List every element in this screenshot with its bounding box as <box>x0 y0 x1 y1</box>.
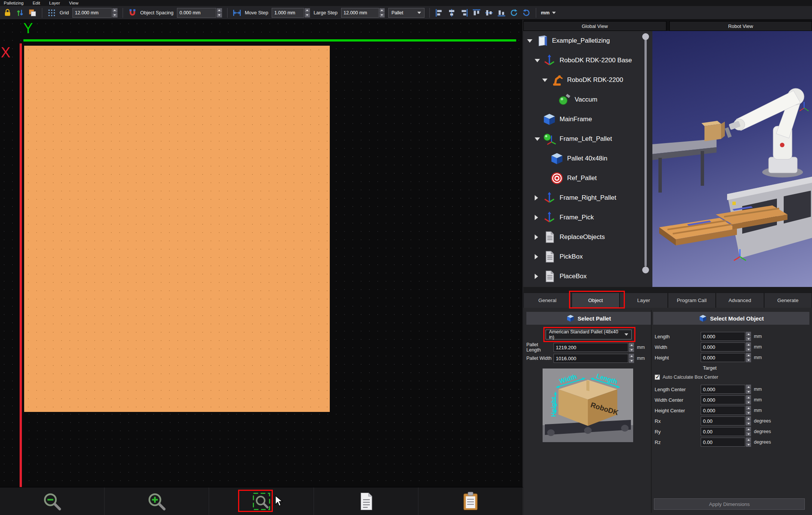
expander-icon[interactable] <box>527 39 534 43</box>
spinner-arrows[interactable] <box>746 332 751 341</box>
tree-item-pallet-40x48[interactable]: Pallet 40x48in <box>523 149 652 168</box>
tab-general[interactable]: General <box>523 293 572 308</box>
spinner-arrows[interactable] <box>746 406 751 415</box>
height-input[interactable] <box>701 353 745 362</box>
align-center-horizontal-icon[interactable] <box>447 8 456 17</box>
spinner-arrows[interactable] <box>112 8 118 18</box>
grid-label: Grid <box>60 10 69 15</box>
menu-layer[interactable]: Layer <box>49 1 60 5</box>
rx-input[interactable] <box>701 416 745 426</box>
align-top-icon[interactable] <box>472 8 481 17</box>
chevron-down-icon <box>624 333 628 336</box>
align-left-icon[interactable] <box>435 8 444 17</box>
scrollbar-thumb-bottom[interactable] <box>642 267 649 273</box>
tree-scrollbar[interactable] <box>642 33 649 285</box>
ry-input[interactable] <box>701 427 745 436</box>
pallet-length-input[interactable] <box>554 343 628 352</box>
auto-calculate-checkbox[interactable] <box>655 375 660 380</box>
expander-icon[interactable] <box>535 274 541 279</box>
align-bottom-icon[interactable] <box>497 8 506 17</box>
tree-item-robot[interactable]: RoboDK RDK-2200 <box>523 70 652 90</box>
spinner-arrows[interactable] <box>746 342 751 352</box>
tab-advanced[interactable]: Advanced <box>716 293 764 308</box>
large-step-input[interactable] <box>341 8 379 18</box>
scrollbar-track[interactable] <box>644 36 647 267</box>
rotate-ccw-icon[interactable] <box>522 8 531 17</box>
spinner-arrows[interactable] <box>304 8 310 18</box>
tree-item-robot-base[interactable]: RoboDK RDK-2200 Base <box>523 51 652 70</box>
move-step-icon <box>232 8 241 17</box>
menu-palletizing[interactable]: Palletizing <box>4 1 23 5</box>
grid-input[interactable] <box>72 8 112 18</box>
rz-input[interactable] <box>701 438 745 447</box>
rotate-cw-icon[interactable] <box>509 8 518 17</box>
spinner-arrows[interactable] <box>629 353 634 363</box>
tree-item-station[interactable]: Example_Palletizing <box>523 31 652 51</box>
width-input[interactable] <box>701 342 745 352</box>
expander-icon[interactable] <box>535 234 541 240</box>
spinner-arrows[interactable] <box>746 427 751 436</box>
tab-robot-view[interactable]: Robot View <box>669 21 812 31</box>
auto-calculate-row: Auto Calculate Box Center <box>653 373 809 381</box>
spinner-arrows[interactable] <box>746 353 751 362</box>
units-dropdown[interactable]: mm <box>541 10 556 15</box>
spinner-arrows[interactable] <box>746 395 751 405</box>
expander-icon[interactable] <box>535 59 541 62</box>
copy-layout-icon[interactable] <box>28 8 37 17</box>
scrollbar-thumb-top[interactable] <box>642 33 649 40</box>
spinner-arrows[interactable] <box>629 342 634 352</box>
menu-edit[interactable]: Edit <box>32 1 40 5</box>
height-center-input[interactable] <box>701 406 745 415</box>
zoom-fit-button[interactable] <box>209 487 314 515</box>
apply-dimensions-button[interactable]: Apply Dimensions <box>654 498 805 510</box>
report-button[interactable] <box>314 487 418 515</box>
preview-height-label: Height <box>550 397 558 417</box>
unit-label: mm <box>754 355 762 360</box>
move-step-input[interactable] <box>272 8 304 18</box>
tab-program-call[interactable]: Program Call <box>668 293 716 308</box>
grid-icon[interactable] <box>47 8 56 17</box>
pallet-width-input[interactable] <box>554 354 628 363</box>
tree-item-pickbox[interactable]: PickBox <box>523 247 652 267</box>
spinner-arrows[interactable] <box>217 8 222 18</box>
align-right-icon[interactable] <box>460 8 469 17</box>
tab-global-view[interactable]: Global View <box>523 21 666 31</box>
zoom-out-button[interactable] <box>0 487 105 515</box>
tree-item-frame-right-pallet[interactable]: Frame_Right_Pallet <box>523 188 652 208</box>
expander-icon[interactable] <box>535 215 541 220</box>
expander-icon[interactable] <box>542 79 549 82</box>
spinner-arrows[interactable] <box>746 437 751 447</box>
length-center-input[interactable] <box>701 385 745 394</box>
tree-item-mainframe[interactable]: MainFrame <box>523 109 652 129</box>
spinner-arrows[interactable] <box>746 384 751 394</box>
align-center-vertical-icon[interactable] <box>484 8 494 17</box>
spinner-arrows[interactable] <box>379 8 385 18</box>
object-spacing-input[interactable] <box>177 8 216 18</box>
tab-generate[interactable]: Generate <box>764 293 812 308</box>
tree-item-placebox[interactable]: PlaceBox <box>523 267 652 286</box>
zoom-in-button[interactable] <box>105 487 209 515</box>
expander-icon[interactable] <box>535 195 541 200</box>
tab-object[interactable]: Object <box>572 293 620 308</box>
width-center-input[interactable] <box>701 395 745 404</box>
robot-3d-view[interactable] <box>652 31 812 287</box>
menu-view[interactable]: View <box>69 1 78 5</box>
tree-item-frame-pick[interactable]: Frame_Pick <box>523 208 652 227</box>
spinner-arrows[interactable] <box>746 416 751 426</box>
expander-icon[interactable] <box>535 137 541 141</box>
clipboard-button[interactable] <box>418 487 523 515</box>
layout-canvas[interactable]: Y X <box>0 20 523 487</box>
tree-item-ref-pallet[interactable]: Ref_Pallet <box>523 168 652 188</box>
tab-layer[interactable]: Layer <box>620 293 668 308</box>
tree-item-frame-left-pallet[interactable]: Frame_Left_Pallet <box>523 129 652 149</box>
magnet-icon[interactable] <box>128 8 137 17</box>
tree-item-vaccum[interactable]: Vaccum <box>523 90 652 109</box>
length-input[interactable] <box>701 332 745 341</box>
pallet-type-dropdown[interactable]: American Standard Pallet (48x40 in) <box>546 330 632 339</box>
lock-icon[interactable] <box>3 8 12 17</box>
mode-dropdown[interactable]: Pallet <box>388 8 424 18</box>
sort-arrows-icon[interactable] <box>15 8 25 17</box>
expander-icon[interactable] <box>535 254 541 259</box>
pallet-surface[interactable] <box>24 46 330 412</box>
tree-item-replaceobjects[interactable]: ReplaceObjects <box>523 227 652 247</box>
